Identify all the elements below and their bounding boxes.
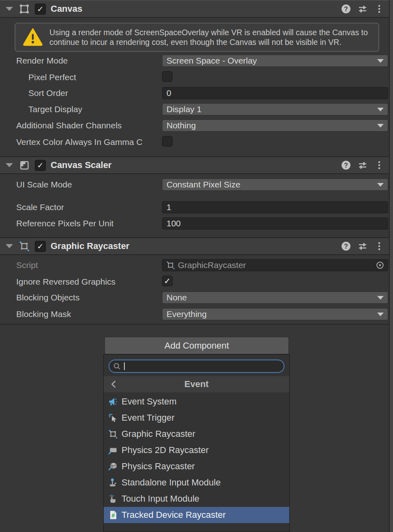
foldout-triangle-icon[interactable] xyxy=(6,7,13,11)
component-search[interactable] xyxy=(109,360,284,373)
pixel-perfect-checkbox[interactable]: ✓ xyxy=(162,71,173,82)
event-system-icon xyxy=(108,396,118,407)
foldout-triangle-icon[interactable] xyxy=(6,163,13,167)
presets-icon[interactable] xyxy=(358,4,367,14)
chevron-down-icon xyxy=(377,108,384,111)
additional-shader-channels-dropdown[interactable]: Nothing xyxy=(162,119,388,132)
canvas-enabled-checkbox[interactable]: ✓ xyxy=(35,4,46,15)
component-header-canvas-scaler: ✓ Canvas Scaler ? xyxy=(0,156,390,174)
chevron-down-icon xyxy=(377,124,384,128)
svg-text:?: ? xyxy=(344,243,348,250)
component-title: Graphic Raycaster xyxy=(51,241,129,251)
chevron-down-icon xyxy=(377,183,384,187)
ignore-reversed-graphics-checkbox[interactable]: ✓ xyxy=(162,276,173,286)
category-header: Event xyxy=(104,376,289,392)
script-label: Script xyxy=(16,260,38,270)
blocking-mask-dropdown[interactable]: Everything xyxy=(162,308,388,320)
script-icon: # xyxy=(108,510,118,520)
help-icon[interactable]: ? xyxy=(341,241,351,251)
object-picker-icon[interactable] xyxy=(376,261,384,270)
scale-factor-label: Scale Factor xyxy=(16,202,64,212)
target-display-label: Target Display xyxy=(28,104,82,114)
event-trigger-icon xyxy=(108,413,118,423)
reference-pixels-per-unit-field[interactable]: 100 xyxy=(162,217,388,230)
kebab-menu-icon[interactable] xyxy=(374,4,384,14)
physics-2d-raycaster-icon xyxy=(108,445,118,455)
blocking-mask-label: Blocking Mask xyxy=(16,309,71,319)
standalone-input-module-icon xyxy=(108,477,118,488)
foldout-triangle-icon[interactable] xyxy=(6,244,13,248)
render-mode-label: Render Mode xyxy=(16,56,68,66)
scale-factor-field[interactable]: 1 xyxy=(162,201,388,213)
touch-input-module-icon xyxy=(108,494,118,504)
vr-render-mode-warning: Using a render mode of ScreenSpaceOverla… xyxy=(15,23,379,52)
canvas-icon xyxy=(18,3,30,15)
target-display-dropdown[interactable]: Display 1 xyxy=(162,103,388,115)
component-item-graphic-raycaster[interactable]: Graphic Raycaster xyxy=(104,426,289,442)
render-mode-dropdown[interactable]: Screen Space - Overlay xyxy=(162,55,388,67)
warning-text: Using a render mode of ScreenSpaceOverla… xyxy=(49,28,374,47)
ui-scale-mode-dropdown[interactable]: Constant Pixel Size xyxy=(162,179,388,191)
graphic-raycaster-icon xyxy=(108,429,118,439)
canvas-scaler-enabled-checkbox[interactable]: ✓ xyxy=(35,160,46,171)
physics-raycaster-icon xyxy=(108,461,118,472)
search-input[interactable] xyxy=(121,362,284,371)
component-item-tracked-device-raycaster[interactable]: # Tracked Device Raycaster xyxy=(104,507,289,523)
search-icon xyxy=(113,362,121,370)
warning-icon xyxy=(22,27,44,47)
component-item-standalone-input-module[interactable]: Standalone Input Module xyxy=(104,475,289,491)
unity-inspector-panel: ✓ Canvas ? Using a rend xyxy=(0,0,393,532)
add-component-popup: Event Event System xyxy=(103,354,290,532)
component-item-touch-input-module[interactable]: Touch Input Module xyxy=(104,491,289,507)
chevron-down-icon xyxy=(377,296,384,300)
sort-order-field[interactable]: 0 xyxy=(162,87,388,99)
help-icon[interactable]: ? xyxy=(341,4,351,14)
svg-text:?: ? xyxy=(344,6,348,13)
chevron-down-icon xyxy=(377,313,384,316)
sort-order-label: Sort Order xyxy=(28,88,68,98)
pixel-perfect-label: Pixel Perfect xyxy=(28,72,76,82)
category-title: Event xyxy=(104,379,289,389)
presets-icon[interactable] xyxy=(358,241,367,251)
ui-scale-mode-label: UI Scale Mode xyxy=(16,180,72,189)
svg-text:?: ? xyxy=(344,162,348,169)
vertex-color-gamma-checkbox[interactable]: ✓ xyxy=(162,136,173,147)
additional-shader-channels-label: Additional Shader Channels xyxy=(16,121,122,130)
scrollbar-gutter[interactable] xyxy=(389,0,393,532)
presets-icon[interactable] xyxy=(358,160,367,170)
component-title: Canvas Scaler xyxy=(51,160,111,170)
ignore-reversed-graphics-label: Ignore Reversed Graphics xyxy=(16,277,115,287)
graphic-raycaster-icon xyxy=(18,240,30,252)
reference-pixels-per-unit-label: Reference Pixels Per Unit xyxy=(16,219,113,228)
component-header-graphic-raycaster: ✓ Graphic Raycaster ? xyxy=(0,237,390,255)
kebab-menu-icon[interactable] xyxy=(374,160,384,170)
component-item-event-trigger[interactable]: Event Trigger xyxy=(104,410,289,426)
graphic-raycaster-icon xyxy=(166,260,175,270)
vertex-color-always-in-gamma-label: Vertex Color Always In Gamma C xyxy=(16,137,143,147)
component-item-physics-raycaster[interactable]: Physics Raycaster xyxy=(104,458,289,475)
svg-text:#: # xyxy=(111,512,115,519)
section-divider xyxy=(0,324,390,325)
blocking-objects-label: Blocking Objects xyxy=(16,293,79,302)
script-object-field[interactable]: GraphicRaycaster xyxy=(162,259,388,271)
component-item-physics-2d-raycaster[interactable]: Physics 2D Raycaster xyxy=(104,442,289,458)
text-cursor xyxy=(124,362,125,370)
component-header-canvas: ✓ Canvas ? xyxy=(0,0,390,18)
add-component-button[interactable]: Add Component xyxy=(105,337,289,354)
canvas-scaler-icon xyxy=(18,159,30,171)
graphic-raycaster-enabled-checkbox[interactable]: ✓ xyxy=(35,241,46,252)
component-list: Event System Event Trigger xyxy=(104,394,289,523)
component-item-event-system[interactable]: Event System xyxy=(104,394,289,410)
help-icon[interactable]: ? xyxy=(341,160,351,170)
component-title: Canvas xyxy=(51,4,82,14)
blocking-objects-dropdown[interactable]: None xyxy=(162,292,388,304)
kebab-menu-icon[interactable] xyxy=(374,241,384,251)
chevron-down-icon xyxy=(377,59,384,63)
